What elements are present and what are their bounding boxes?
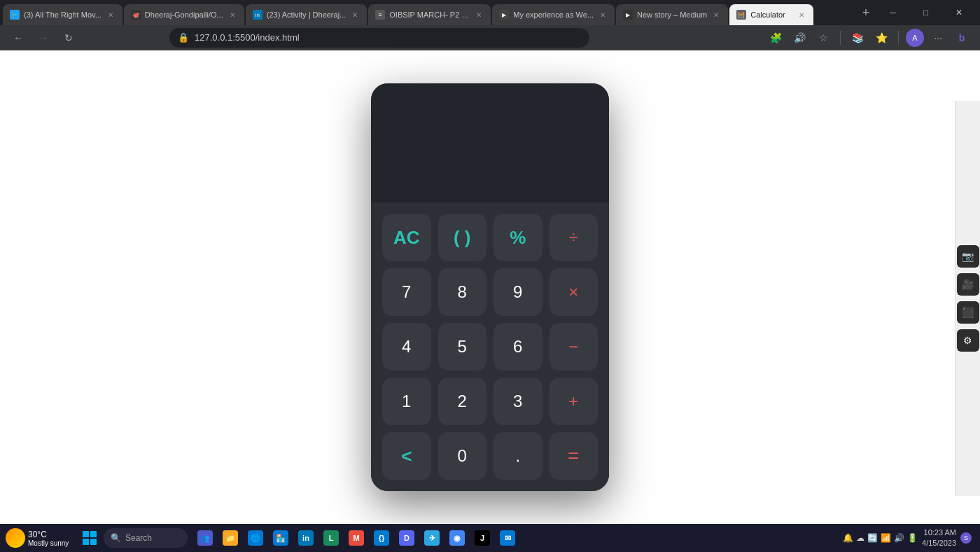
tab-favicon: in bbox=[253, 10, 262, 20]
taskbar-app-linkedin[interactable]: in bbox=[295, 527, 317, 549]
read-aloud-icon[interactable]: 🔊 bbox=[790, 28, 809, 48]
taskbar-app-file-explorer[interactable]: 📁 bbox=[219, 527, 241, 549]
calc-button--[interactable]: ÷ bbox=[550, 214, 598, 261]
tab-title: My experience as We... bbox=[513, 11, 594, 19]
calc-buttons: AC( )%÷789×456−123+<0.= bbox=[371, 202, 609, 491]
browser-tab-tab6[interactable]: ▶New story – Medium✕ bbox=[616, 4, 728, 25]
sidebar-video-widget[interactable]: 🎥 bbox=[957, 273, 979, 296]
browser-tab-tab7[interactable]: 🧮Calculator✕ bbox=[729, 4, 813, 25]
tab-close-button[interactable]: ✕ bbox=[474, 10, 484, 20]
browser-tab-tab4[interactable]: ≡OIBSIP MARCH- P2 T...✕ bbox=[368, 4, 491, 25]
calc-button-9[interactable]: 9 bbox=[493, 268, 542, 316]
calc-button--[interactable]: − bbox=[550, 323, 598, 371]
tab-close-button[interactable]: ✕ bbox=[350, 10, 360, 20]
calc-button-6[interactable]: 6 bbox=[493, 323, 542, 371]
minimize-button[interactable]: ─ bbox=[877, 2, 909, 23]
tab-bar: 🐦(3) All The Right Mov...✕🐙Dheeraj-Gondi… bbox=[0, 0, 980, 25]
taskbar-app-teams[interactable]: 👥 bbox=[194, 527, 216, 549]
window-controls: ─ □ ✕ bbox=[877, 2, 977, 23]
calc-button--[interactable]: × bbox=[550, 268, 598, 316]
profile-avatar[interactable]: A bbox=[906, 29, 924, 47]
taskbar-app-store[interactable]: 🏪 bbox=[270, 527, 292, 549]
calc-button-4[interactable]: 4 bbox=[382, 323, 431, 371]
tab-close-button[interactable]: ✕ bbox=[106, 10, 115, 20]
tab-favicon: ▶ bbox=[499, 10, 509, 20]
collections-icon[interactable]: 📚 bbox=[848, 28, 867, 48]
taskbar-search[interactable]: 🔍 Search bbox=[104, 528, 188, 548]
tab-close-button[interactable]: ✕ bbox=[797, 10, 806, 20]
maximize-button[interactable]: □ bbox=[910, 2, 941, 23]
calc-button-AC[interactable]: AC bbox=[382, 214, 431, 261]
omnibar: ← → ↻ 🔒 127.0.0.1:5500/index.html 🧩 🔊 ☆ … bbox=[0, 25, 980, 50]
favorites-bar-icon[interactable]: ⭐ bbox=[872, 28, 891, 48]
calc-button--[interactable]: + bbox=[550, 378, 598, 425]
taskbar-app-discord[interactable]: D bbox=[396, 527, 418, 549]
calc-button--[interactable]: = bbox=[550, 432, 598, 480]
taskbar-time: 10:23 AM 4/15/2023 bbox=[922, 527, 956, 549]
start-button[interactable] bbox=[78, 527, 101, 549]
taskbar-app-vscode[interactable]: {} bbox=[370, 527, 393, 549]
bing-icon[interactable]: b bbox=[952, 28, 972, 48]
tab-title: (3) All The Right Mov... bbox=[24, 11, 102, 19]
calc-button-8[interactable]: 8 bbox=[438, 268, 487, 316]
calc-button-1[interactable]: 1 bbox=[382, 378, 431, 425]
taskbar-app-chrome[interactable]: ◉ bbox=[446, 527, 468, 549]
sidebar-settings-widget[interactable]: ⚙ bbox=[957, 329, 979, 352]
reload-button[interactable]: ↻ bbox=[59, 28, 78, 48]
calc-button-2[interactable]: 2 bbox=[438, 378, 487, 425]
toolbar-icons: 🧩 🔊 ☆ 📚 ⭐ A ··· b bbox=[766, 28, 972, 48]
back-button[interactable]: ← bbox=[8, 28, 28, 48]
favorites-icon[interactable]: ☆ bbox=[813, 28, 833, 48]
calc-button-7[interactable]: 7 bbox=[382, 268, 431, 316]
notification-icon[interactable]: 🔔 bbox=[843, 533, 853, 543]
tab-title: OIBSIP MARCH- P2 T... bbox=[389, 11, 470, 19]
calc-button--[interactable]: % bbox=[493, 214, 542, 261]
forward-button[interactable]: → bbox=[34, 28, 53, 48]
taskbar-app-malwarebytes[interactable]: M bbox=[345, 527, 368, 549]
right-sidebar: 📷 🎥 ⬛ ⚙ bbox=[955, 101, 980, 496]
tab-favicon: ▶ bbox=[623, 10, 633, 20]
taskbar-app-telegram[interactable]: ✈ bbox=[421, 527, 443, 549]
extensions-icon[interactable]: 🧩 bbox=[766, 28, 785, 48]
tab-close-button[interactable]: ✕ bbox=[598, 10, 608, 20]
calc-button--[interactable]: . bbox=[493, 432, 542, 480]
close-button[interactable]: ✕ bbox=[943, 2, 974, 23]
calculator: AC( )%÷789×456−123+<0.= bbox=[371, 83, 609, 491]
new-tab-button[interactable]: + bbox=[856, 3, 876, 22]
tab-title: (23) Activity | Dheeraj... bbox=[267, 11, 346, 19]
browser-tab-tab2[interactable]: 🐙Dheeraj-Gondipalli/O...✕ bbox=[124, 4, 244, 25]
date: 4/15/2023 bbox=[922, 538, 956, 548]
sidebar-screen-widget[interactable]: ⬛ bbox=[957, 301, 979, 324]
taskbar-app-edge[interactable]: 🌐 bbox=[244, 527, 267, 549]
volume-icon[interactable]: 🔊 bbox=[894, 533, 904, 543]
taskbar-app-jetbrains[interactable]: J bbox=[471, 527, 493, 549]
battery-icon[interactable]: 🔋 bbox=[907, 533, 918, 543]
tab-close-button[interactable]: ✕ bbox=[227, 10, 237, 20]
tab-close-button[interactable]: ✕ bbox=[711, 10, 721, 20]
calc-button----[interactable]: ( ) bbox=[438, 214, 487, 261]
linkedin-icon: in bbox=[298, 530, 314, 546]
taskbar-app-lasso[interactable]: L bbox=[320, 527, 342, 549]
browser-tab-tab5[interactable]: ▶My experience as We...✕ bbox=[492, 4, 615, 25]
sidebar-camera-widget[interactable]: 📷 bbox=[957, 245, 979, 268]
telegram-icon: ✈ bbox=[424, 530, 440, 546]
browser-tab-tab1[interactable]: 🐦(3) All The Right Mov...✕ bbox=[3, 4, 122, 25]
calc-button-3[interactable]: 3 bbox=[493, 378, 542, 425]
calc-display bbox=[371, 83, 609, 202]
calc-button--[interactable]: < bbox=[382, 432, 431, 480]
search-icon: 🔍 bbox=[111, 533, 121, 543]
update-icon[interactable]: 🔄 bbox=[867, 533, 878, 543]
cloud-icon[interactable]: ☁ bbox=[856, 533, 864, 543]
browser-tab-tab3[interactable]: in(23) Activity | Dheeraj...✕ bbox=[246, 4, 368, 25]
wifi-icon[interactable]: 📶 bbox=[881, 533, 891, 543]
more-button[interactable]: ··· bbox=[928, 28, 948, 48]
taskbar-apps: 👥📁🌐🏪inLM{}D✈◉J✉ bbox=[193, 527, 519, 549]
tab-favicon: 🧮 bbox=[736, 10, 746, 20]
calc-button-0[interactable]: 0 bbox=[438, 432, 487, 480]
weather-icon bbox=[6, 528, 25, 548]
mail-icon: ✉ bbox=[500, 530, 515, 546]
taskbar-app-mail[interactable]: ✉ bbox=[496, 527, 519, 549]
taskbar-weather: 30°C Mostly sunny bbox=[28, 530, 70, 547]
calc-button-5[interactable]: 5 bbox=[438, 323, 487, 371]
address-bar[interactable]: 🔒 127.0.0.1:5500/index.html bbox=[169, 28, 589, 48]
